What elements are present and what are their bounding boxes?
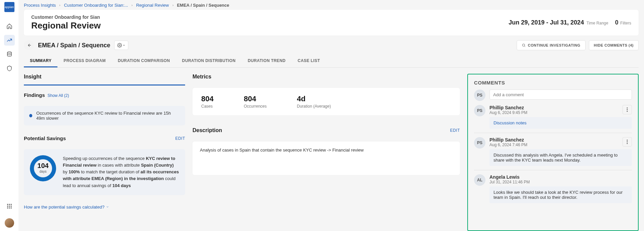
date-range: Jun 29, 2019 - Jul 31, 2024 xyxy=(509,19,584,26)
current-user-avatar: PS xyxy=(474,90,485,101)
comment-text: Discussed this analysis with Angela. I'v… xyxy=(489,149,632,166)
crumb-2[interactable]: Customer Onboarding for Sian:... xyxy=(64,3,128,8)
edit-savings-link[interactable]: EDIT xyxy=(175,136,185,141)
date-range-label: Time Range xyxy=(587,21,608,25)
user-avatar[interactable] xyxy=(5,218,14,228)
hide-label: HIDE COMMENTS (4) xyxy=(594,43,634,47)
donut-label: days xyxy=(37,169,48,174)
comment-link[interactable]: Discussion notes xyxy=(493,120,526,125)
header-subtitle: Customer Onboarding for Sian xyxy=(31,14,101,20)
tab-duration-comparison[interactable]: DURATION COMPARISON xyxy=(112,55,176,67)
svg-rect-5 xyxy=(9,206,10,207)
svg-marker-12 xyxy=(123,45,125,46)
continue-label: CONTINUE INVESTIGATING xyxy=(528,43,580,47)
app-logo: appian xyxy=(4,2,14,12)
comment-menu-button[interactable] xyxy=(622,105,632,114)
show-all-link[interactable]: Show All (2) xyxy=(48,93,69,98)
insight-accent xyxy=(24,84,185,85)
comments-panel: COMMENTS PS PS Phillip Sanchez Aug 6, 20… xyxy=(467,74,639,231)
svg-point-11 xyxy=(119,45,121,46)
chevron-right-icon xyxy=(58,4,61,7)
left-rail: appian xyxy=(0,0,18,231)
metric-num: 4d xyxy=(297,95,331,103)
continue-investigating-button[interactable]: CONTINUE INVESTIGATING xyxy=(517,40,585,50)
divider xyxy=(474,133,632,133)
shield-icon[interactable] xyxy=(4,63,15,74)
home-icon[interactable] xyxy=(4,21,15,32)
comment-user: Angela Lewis xyxy=(489,174,530,180)
donut-value: 104 xyxy=(37,162,48,169)
search-icon xyxy=(522,43,526,47)
metric-num: 804 xyxy=(201,95,214,103)
tab-duration-distribution[interactable]: DURATION DISTRIBUTION xyxy=(176,55,242,67)
savings-donut: 104 days xyxy=(30,155,56,181)
comment-time: Aug 6, 2024 7:46 PM xyxy=(489,142,527,147)
metrics-card: 804 Cases 804 Occurrences 4d Duration (A… xyxy=(192,88,460,115)
comment-user: Phillip Sanchez xyxy=(489,137,527,142)
svg-point-13 xyxy=(522,44,525,46)
metric-cases: 804 Cases xyxy=(201,95,214,109)
findings-label: Findings xyxy=(24,92,45,98)
metrics-title: Metrics xyxy=(192,74,460,80)
segment-path: EMEA / Spain / Sequence xyxy=(38,42,110,49)
svg-rect-4 xyxy=(7,206,8,207)
comment-input[interactable] xyxy=(489,90,632,100)
insight-title: Insight xyxy=(24,74,185,80)
crumb-current: EMEA / Spain / Sequence xyxy=(177,3,229,8)
page-title: Regional Review xyxy=(31,20,101,31)
tabs: SUMMARY PROCESS DIAGRAM DURATION COMPARI… xyxy=(24,55,639,68)
svg-point-0 xyxy=(7,52,11,54)
comment-text: Looks like we should take a look at the … xyxy=(489,186,632,203)
apps-icon[interactable] xyxy=(4,201,15,212)
bullet-icon xyxy=(29,114,32,117)
comment-menu-button[interactable] xyxy=(622,137,632,147)
comment-item: PS Phillip Sanchez Aug 6, 2024 7:46 PM D… xyxy=(474,137,632,166)
tab-summary[interactable]: SUMMARY xyxy=(24,55,57,67)
svg-rect-7 xyxy=(7,208,8,209)
metric-label: Cases xyxy=(201,104,214,109)
comment-avatar: AL xyxy=(474,174,485,186)
toolbar: EMEA / Spain / Sequence CONTINUE INVESTI… xyxy=(24,40,639,50)
savings-label: Potential Savings xyxy=(24,135,66,141)
svg-rect-6 xyxy=(10,206,11,207)
settings-dropdown[interactable] xyxy=(114,41,128,50)
comment-time: Jul 31, 2024 11:46 PM xyxy=(489,180,530,184)
insights-icon[interactable] xyxy=(4,35,15,46)
help-link[interactable]: How are the potential savings calculated… xyxy=(24,205,185,210)
back-button[interactable] xyxy=(24,40,34,50)
crumb-1[interactable]: Process Insights xyxy=(24,3,56,8)
savings-text: Speeding up occurrences of the sequence … xyxy=(63,155,179,189)
description-title: Description xyxy=(192,127,222,133)
hide-comments-button[interactable]: HIDE COMMENTS (4) xyxy=(589,40,639,50)
metric-num: 804 xyxy=(244,95,267,103)
metric-label: Occurrences xyxy=(244,104,267,109)
comment-text: Discussion notes xyxy=(489,117,632,129)
chevron-right-icon xyxy=(172,4,174,7)
caret-down-icon xyxy=(123,44,125,47)
svg-rect-1 xyxy=(7,204,8,205)
filters-label: Filters xyxy=(620,21,631,25)
svg-point-17 xyxy=(627,111,628,112)
svg-rect-9 xyxy=(10,208,11,209)
crumb-3[interactable]: Regional Review xyxy=(136,3,169,8)
comment-item: AL Angela Lewis Jul 31, 2024 11:46 PM Lo… xyxy=(474,174,632,203)
svg-rect-3 xyxy=(10,204,11,205)
comment-item: PS Phillip Sanchez Aug 6, 2024 9:45 PM xyxy=(474,105,632,129)
svg-point-18 xyxy=(627,140,628,141)
filters-count: 0 xyxy=(615,19,618,26)
tab-case-list[interactable]: CASE LIST xyxy=(292,55,326,67)
edit-description-link[interactable]: EDIT xyxy=(450,128,460,133)
svg-point-19 xyxy=(627,141,628,142)
finding-card[interactable]: Occurrences of the sequence KYC review t… xyxy=(24,106,185,125)
comment-avatar: PS xyxy=(474,137,485,149)
data-icon[interactable] xyxy=(4,49,15,60)
breadcrumb: Process Insights Customer Onboarding for… xyxy=(24,3,639,8)
description-text: Analysis of cases in Spain that contain … xyxy=(200,148,363,153)
finding-text: Occurrences of the sequence KYC review t… xyxy=(36,111,180,121)
comments-title: COMMENTS xyxy=(474,80,632,85)
savings-card: 104 days Speeding up occurrences of the … xyxy=(24,149,185,195)
tab-process-diagram[interactable]: PROCESS DIAGRAM xyxy=(57,55,112,67)
tab-duration-trend[interactable]: DURATION TREND xyxy=(242,55,292,67)
svg-point-20 xyxy=(627,143,628,144)
svg-line-14 xyxy=(525,46,525,47)
